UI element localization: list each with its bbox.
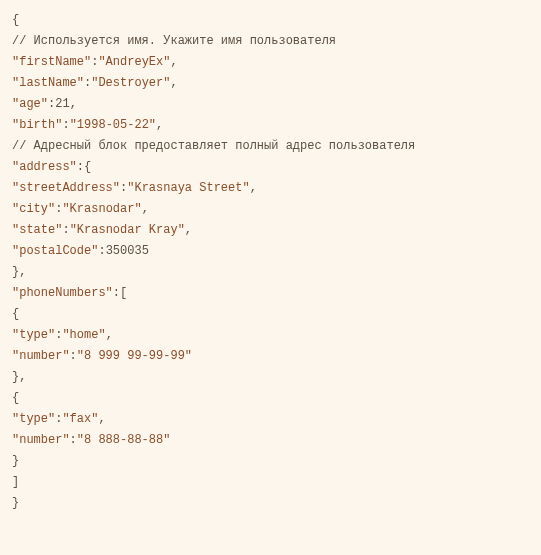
code-line: "postalCode":350035 (12, 241, 529, 262)
json-key: "birth" (12, 118, 62, 132)
json-value: 350035 (106, 244, 149, 258)
json-value: "Krasnaya Street" (127, 181, 249, 195)
json-key: "number" (12, 433, 70, 447)
colon: : (62, 118, 69, 132)
code-line: }, (12, 262, 529, 283)
colon: : (98, 244, 105, 258)
json-value: "8 999 99-99-99" (77, 349, 192, 363)
code-comment: // Адресный блок предоставляет полный ад… (12, 136, 529, 157)
code-line: "number":"8 999 99-99-99" (12, 346, 529, 367)
colon: : (70, 433, 77, 447)
json-key: "firstName" (12, 55, 91, 69)
json-value: "AndreyEx" (98, 55, 170, 69)
code-line: ] (12, 472, 529, 493)
code-line: { (12, 304, 529, 325)
comma: , (170, 55, 177, 69)
json-value: "home" (62, 328, 105, 342)
comma: , (98, 412, 105, 426)
code-line: "number":"8 888-88-88" (12, 430, 529, 451)
json-key: "postalCode" (12, 244, 98, 258)
comma: , (106, 328, 113, 342)
bracket: :[ (113, 286, 127, 300)
code-line: { (12, 10, 529, 31)
json-value: 21 (55, 97, 69, 111)
code-line: "city":"Krasnodar", (12, 199, 529, 220)
brace: :{ (77, 160, 91, 174)
comma: , (250, 181, 257, 195)
json-key: "lastName" (12, 76, 84, 90)
json-value: "Krasnodar" (62, 202, 141, 216)
code-line: } (12, 451, 529, 472)
code-comment: // Используется имя. Укажите имя пользов… (12, 31, 529, 52)
json-value: "1998-05-22" (70, 118, 156, 132)
code-line: "type":"home", (12, 325, 529, 346)
comma: , (170, 76, 177, 90)
json-key: "type" (12, 412, 55, 426)
json-key: "address" (12, 160, 77, 174)
code-line: "firstName":"AndreyEx", (12, 52, 529, 73)
comma: , (185, 223, 192, 237)
json-value: "Krasnodar Kray" (70, 223, 185, 237)
json-value: "8 888-88-88" (77, 433, 171, 447)
json-key: "age" (12, 97, 48, 111)
json-key: "city" (12, 202, 55, 216)
code-line: "state":"Krasnodar Kray", (12, 220, 529, 241)
json-key: "number" (12, 349, 70, 363)
colon: : (62, 223, 69, 237)
comma: , (70, 97, 77, 111)
code-line: "streetAddress":"Krasnaya Street", (12, 178, 529, 199)
json-key: "streetAddress" (12, 181, 120, 195)
comma: , (142, 202, 149, 216)
code-block: { // Используется имя. Укажите имя польз… (12, 10, 529, 514)
code-line: "type":"fax", (12, 409, 529, 430)
json-key: "state" (12, 223, 62, 237)
json-key: "phoneNumbers" (12, 286, 113, 300)
comma: , (156, 118, 163, 132)
json-value: "fax" (62, 412, 98, 426)
code-line: { (12, 388, 529, 409)
code-line: "address":{ (12, 157, 529, 178)
code-line: }, (12, 367, 529, 388)
colon: : (70, 349, 77, 363)
code-line: "age":21, (12, 94, 529, 115)
code-line: } (12, 493, 529, 514)
code-line: "birth":"1998-05-22", (12, 115, 529, 136)
code-line: "lastName":"Destroyer", (12, 73, 529, 94)
json-key: "type" (12, 328, 55, 342)
json-value: "Destroyer" (91, 76, 170, 90)
code-line: "phoneNumbers":[ (12, 283, 529, 304)
